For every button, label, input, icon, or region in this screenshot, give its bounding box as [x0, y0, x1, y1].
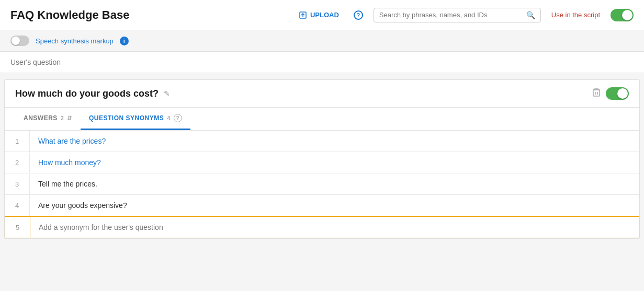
synonym-num-5: 5	[5, 217, 30, 238]
upload-icon	[299, 11, 307, 19]
speech-synthesis-toggle[interactable]	[10, 36, 29, 46]
synonyms-list: 1 What are the prices? 2 How much money?…	[5, 131, 639, 238]
synonym-add-input[interactable]	[30, 217, 639, 238]
search-input[interactable]	[379, 11, 522, 19]
synonym-num-1: 1	[5, 131, 30, 152]
speech-info-icon[interactable]: i	[120, 37, 129, 45]
synonym-row: 3 Tell me the prices.	[5, 173, 639, 195]
tab-synonyms-help-icon[interactable]: ?	[174, 114, 182, 122]
faq-toggle-thumb	[617, 88, 628, 99]
user-question-container	[0, 52, 644, 73]
tab-answers[interactable]: ANSWERS 2 ⇵	[15, 108, 81, 130]
upload-button[interactable]: UPLOAD	[295, 9, 343, 21]
toolbar-row: Speech synthesis markup i	[0, 30, 644, 52]
upload-help-icon[interactable]: ?	[354, 10, 363, 20]
use-in-script-toggle[interactable]	[611, 9, 634, 21]
speech-synthesis-label: Speech synthesis markup	[36, 37, 114, 45]
synonym-num-2: 2	[5, 153, 30, 173]
synonym-num-3: 3	[5, 174, 30, 194]
tab-answers-sort-icon: ⇵	[67, 115, 72, 122]
faq-card: How much do your goods cost? ✎	[4, 79, 640, 239]
toggle-thumb	[622, 10, 632, 20]
search-icon: 🔍	[526, 11, 535, 19]
svg-rect-2	[593, 90, 600, 96]
edit-icon[interactable]: ✎	[164, 89, 170, 98]
synonym-text-2[interactable]: How much money?	[30, 152, 639, 173]
synonym-row: 2 How much money?	[5, 152, 639, 173]
tab-answers-label: ANSWERS	[24, 114, 58, 122]
tabs-row: ANSWERS 2 ⇵ QUESTION SYNONYMS 4 ?	[5, 108, 639, 131]
tab-question-synonyms[interactable]: QUESTION SYNONYMS 4 ?	[81, 108, 190, 130]
speech-thumb	[12, 37, 20, 45]
synonym-row: 1 What are the prices?	[5, 131, 639, 152]
delete-icon[interactable]	[592, 88, 601, 99]
synonym-row: 4 Are your goods expensive?	[5, 195, 639, 216]
tab-synonyms-badge: 4	[167, 115, 171, 121]
faq-active-toggle[interactable]	[606, 87, 629, 100]
user-question-input[interactable]	[10, 58, 634, 66]
synonym-text-3[interactable]: Tell me the prices.	[30, 173, 639, 194]
faq-question-title: How much do your goods cost?	[15, 88, 159, 99]
faq-card-header: How much do your goods cost? ✎	[5, 80, 639, 108]
search-box: 🔍	[374, 8, 541, 22]
page-title: FAQ Knowledge Base	[10, 8, 129, 22]
use-in-script-label: Use in the script	[551, 11, 600, 19]
app-container: FAQ Knowledge Base UPLOAD ? 🔍 Use in the…	[0, 0, 644, 291]
main-content: How much do your goods cost? ✎	[0, 73, 644, 291]
synonym-text-1[interactable]: What are the prices?	[30, 131, 639, 152]
synonym-text-4[interactable]: Are your goods expensive?	[30, 195, 639, 216]
synonym-num-4: 4	[5, 195, 30, 216]
header: FAQ Knowledge Base UPLOAD ? 🔍 Use in the…	[0, 0, 644, 30]
tab-answers-badge: 2	[61, 115, 64, 121]
faq-card-actions	[592, 87, 629, 100]
tab-synonyms-label: QUESTION SYNONYMS	[89, 114, 164, 122]
synonym-add-row: 5	[5, 216, 639, 238]
